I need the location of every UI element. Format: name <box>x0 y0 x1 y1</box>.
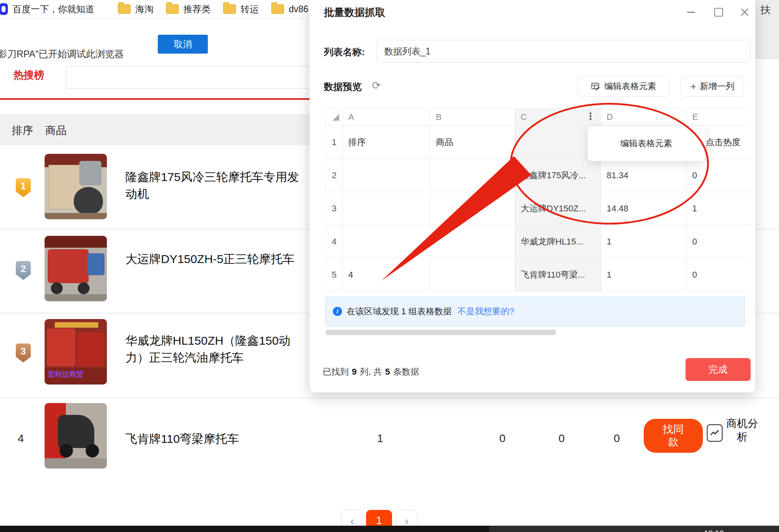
image-part <box>45 236 107 248</box>
bookmark-folder-dv86[interactable]: dv86 <box>271 4 308 15</box>
maximize-icon <box>714 8 723 17</box>
trend-chart-icon[interactable] <box>707 424 723 442</box>
add-column-button[interactable]: + 新增一列 <box>681 76 744 97</box>
product-metric: 1 <box>377 432 383 445</box>
horizontal-scrollbar[interactable] <box>325 330 556 335</box>
grid-cell: 隆鑫牌175风冷... <box>515 159 601 192</box>
bookmark-folder-tuijian[interactable]: 推荐类 <box>166 3 211 15</box>
pagination-current-label: 1 <box>376 515 382 527</box>
image-part <box>79 161 101 185</box>
list-name-input[interactable]: 数据列表_1 <box>377 40 751 63</box>
grid-col-header-b[interactable]: B <box>430 109 515 126</box>
dialog-title: 批量数据抓取 <box>324 6 385 19</box>
taskbar <box>0 526 489 532</box>
info-text: 在该区域发现 1 组表格数据 <box>347 306 452 317</box>
grid-cell: 大运牌DY150Z... <box>515 192 601 225</box>
grid-cell <box>430 258 515 291</box>
tab-underline <box>0 98 311 100</box>
grid-cell: 0 <box>687 225 751 258</box>
rank-badge: 3 <box>16 343 31 362</box>
image-part <box>86 444 99 457</box>
product-image[interactable] <box>45 403 107 469</box>
grid-cell: 0 <box>687 258 751 291</box>
grid-cell: 排序 <box>343 126 430 159</box>
folder-icon <box>223 4 236 14</box>
grid-cell: 4 <box>343 258 430 291</box>
grid-col-header-d[interactable]: D <box>601 109 687 126</box>
grid-cell: 商品 <box>430 126 515 159</box>
tab-hot-search[interactable]: 热搜榜 <box>13 68 44 82</box>
summary-between: 列, 共 <box>360 366 382 378</box>
image-part <box>55 322 98 328</box>
grid-col-header-e[interactable]: E <box>687 109 751 126</box>
grid-cell: 81.34 <box>601 159 687 192</box>
close-button[interactable] <box>738 6 751 19</box>
image-watermark: 宏利达商贸 <box>48 370 83 379</box>
baidu-icon <box>0 3 8 15</box>
grid-cell: 飞肯牌110弯梁... <box>515 258 601 291</box>
edit-table-label: 编辑表格元素 <box>604 80 656 92</box>
business-analysis-link[interactable]: 商机分析 <box>724 417 760 444</box>
browser-edge-strip: 扶 <box>755 0 779 59</box>
grid-cell <box>343 159 430 192</box>
image-part <box>45 213 107 219</box>
grid-cell: 1 <box>601 225 687 258</box>
tab-strip-rest <box>66 66 311 89</box>
grid-cell <box>430 192 515 225</box>
bookmark-folder-haitao[interactable]: 海淘 <box>118 3 153 15</box>
product-title[interactable]: 华威龙牌HL150ZH（隆鑫150动力）正三轮汽油摩托车 <box>125 332 311 366</box>
grid-cell: 14.48 <box>601 192 687 225</box>
bookmark-label: 海淘 <box>135 3 153 15</box>
cancel-debug-button[interactable]: 取消 <box>158 35 208 54</box>
bookmark-folder-zhuanyun[interactable]: 转运 <box>223 3 259 15</box>
debug-notification-text: 影刀RPA"已开始调试此浏览器 <box>0 48 124 60</box>
bookmark-label: 百度一下，你就知道 <box>13 3 94 15</box>
grid-cell <box>430 159 515 192</box>
product-image[interactable]: 宏利达商贸 <box>45 319 107 385</box>
bookmark-label: 转运 <box>241 3 259 15</box>
image-part <box>51 282 63 294</box>
close-icon <box>740 8 749 17</box>
list-header: 排序 商品 <box>0 114 311 145</box>
select-all-cell[interactable] <box>326 109 343 126</box>
image-part <box>74 187 103 215</box>
maximize-button[interactable] <box>712 6 725 19</box>
grid-row-number: 4 <box>326 225 343 258</box>
plus-icon: + <box>690 81 696 91</box>
image-part <box>78 282 90 294</box>
summary-col-count: 9 <box>352 367 357 377</box>
grid-row-number: 3 <box>326 192 343 225</box>
image-part <box>48 249 89 283</box>
grid-cell: 华威龙牌HL15... <box>515 225 601 258</box>
image-part <box>47 329 75 366</box>
grid-cell: 1 <box>601 258 687 291</box>
bookmark-baidu[interactable]: 百度一下，你就知道 <box>2 3 94 15</box>
product-title[interactable]: 飞肯牌110弯梁摩托车 <box>125 431 311 448</box>
grid-cell <box>343 192 430 225</box>
result-summary: 已找到 9 列, 共 5 条数据 <box>323 366 419 378</box>
not-what-i-want-link[interactable]: 不是我想要的? <box>457 306 514 317</box>
edge-text-fragment: 扶 <box>760 3 771 17</box>
summary-row-count: 5 <box>385 367 390 377</box>
product-image[interactable] <box>45 236 107 301</box>
edit-table-elements-button[interactable]: 编辑表格元素 <box>577 76 669 97</box>
product-row: 4 飞肯牌110弯梁摩托车 1 0 0 0 找同款 商机分析 <box>0 398 779 505</box>
debug-notification: 影刀RPA"已开始调试此浏览器 取消 <box>0 19 310 59</box>
rank-number: 4 <box>18 432 24 445</box>
grid-cell: 0 <box>687 159 751 192</box>
product-title[interactable]: 大运牌DY150ZH-5正三轮摩托车 <box>125 251 295 268</box>
image-part <box>58 415 94 448</box>
product-image[interactable] <box>45 154 107 219</box>
minimize-button[interactable] <box>684 6 698 19</box>
edit-table-icon <box>590 81 601 91</box>
menu-item-edit-table[interactable]: 编辑表格元素 <box>620 138 673 149</box>
column-menu-dropdown[interactable]: 编辑表格元素 <box>588 126 705 161</box>
grid-col-header-a[interactable]: A <box>343 109 430 126</box>
data-preview-label: 数据预览 <box>324 80 362 93</box>
product-title[interactable]: 隆鑫牌175风冷三轮摩托车专用发动机 <box>125 169 309 202</box>
done-button[interactable]: 完成 <box>686 358 751 381</box>
find-same-button[interactable]: 找同款 <box>644 419 703 453</box>
column-menu-trigger-icon[interactable]: ⋮ <box>586 111 595 122</box>
grid-row-number: 5 <box>326 258 343 291</box>
refresh-icon[interactable]: ⟳ <box>372 79 381 92</box>
